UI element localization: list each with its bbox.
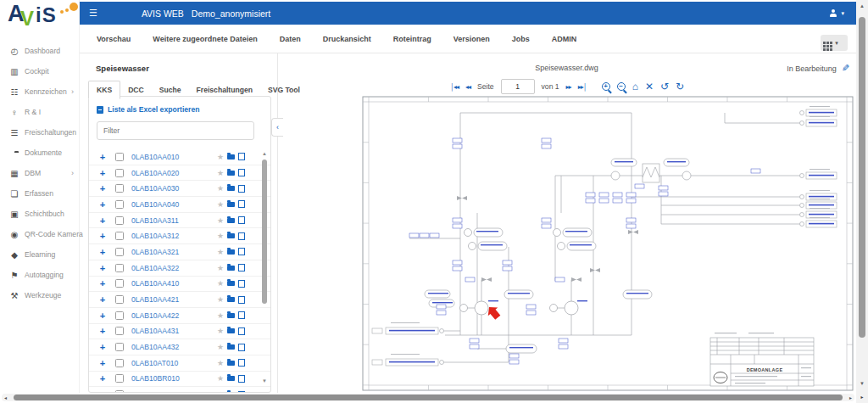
row-add-button[interactable]: + [97,168,108,178]
copy-icon[interactable] [238,216,245,224]
sidebar-item-werkzeuge[interactable]: ⚒Werkzeuge [0,285,79,305]
row-add-button[interactable]: + [97,215,108,226]
folder-icon[interactable] [227,297,235,302]
sidebar-item-schichtbuch[interactable]: ▣Schichtbuch [0,204,79,224]
row-add-button[interactable]: + [97,152,108,162]
row-checkbox[interactable] [115,153,124,161]
copy-icon[interactable] [238,153,245,160]
folder-icon[interactable] [227,249,235,255]
kks-link[interactable]: 0LAB10AA431 [131,327,179,335]
sidebar-item-dashboard[interactable]: ◴Dashboard [0,41,79,61]
folder-icon[interactable] [227,281,235,286]
copy-icon[interactable] [238,280,245,288]
folder-icon[interactable] [227,154,235,160]
copy-icon[interactable] [238,311,245,319]
row-checkbox[interactable] [115,264,124,272]
sidebar-item-erfassen[interactable]: ❏Erfassen [0,183,79,204]
redo-button[interactable]: ↻ [676,81,684,92]
vertical-scrollbar-thumb[interactable] [859,17,865,338]
list-scrollbar-thumb[interactable] [262,160,267,304]
star-icon[interactable]: ★ [217,390,224,392]
kks-link[interactable]: 0LAB10AA010 [131,153,179,161]
folder-icon[interactable] [227,313,235,318]
subtab-freischaltungen[interactable]: Freischaltungen [189,81,260,98]
scroll-left-icon[interactable]: ◂ [4,395,7,400]
row-checkbox[interactable] [115,327,124,335]
zoom-in-button[interactable]: + [602,82,610,91]
row-checkbox[interactable] [115,216,124,225]
fit-view-button[interactable]: ✕ [645,81,654,92]
row-add-button[interactable]: + [97,358,108,368]
avis-logo[interactable]: A V iS [0,0,79,34]
next-page-button[interactable]: ▸▸ [566,83,571,91]
star-icon[interactable]: ★ [217,169,224,177]
sidebar-item-dbm[interactable]: ▦DBM› [0,163,79,183]
copy-icon[interactable] [238,359,245,367]
row-checkbox[interactable] [115,279,124,288]
copy-icon[interactable] [238,169,245,176]
row-add-button[interactable]: + [97,247,108,257]
page-number-input[interactable] [501,79,535,94]
row-checkbox[interactable] [115,295,124,304]
star-icon[interactable]: ★ [217,232,224,240]
row-checkbox[interactable] [115,232,124,240]
row-add-button[interactable]: + [97,199,108,210]
user-menu-button[interactable]: ▾ [829,9,844,18]
row-add-button[interactable]: + [97,278,108,288]
folder-icon[interactable] [227,233,235,238]
kks-link[interactable]: 0LAB10AA311 [131,216,179,225]
star-icon[interactable]: ★ [217,216,224,225]
star-icon[interactable]: ★ [217,343,224,351]
row-checkbox[interactable] [115,169,124,177]
kks-link[interactable]: 0LAB10BR010 [131,374,180,383]
folder-icon[interactable] [227,376,235,381]
row-checkbox[interactable] [115,200,124,209]
zoom-out-button[interactable]: − [617,82,626,91]
star-icon[interactable]: ★ [217,295,224,304]
row-add-button[interactable]: + [97,263,108,273]
sidebar-item-freischaltungen[interactable]: ☰Freischaltungen [0,122,79,143]
tab-druckansicht[interactable]: Druckansicht [312,35,382,43]
row-add-button[interactable]: + [97,294,108,305]
row-checkbox[interactable] [115,374,124,383]
folder-icon[interactable] [227,361,235,366]
tab-roteintrag[interactable]: Roteintrag [382,35,442,43]
star-icon[interactable]: ★ [217,374,224,383]
row-checkbox[interactable] [115,311,124,320]
star-icon[interactable]: ★ [217,200,224,209]
drawing-sheet[interactable]: DEMOANLAGE [360,94,855,393]
row-checkbox[interactable] [115,390,124,392]
sidebar-item-dokumente[interactable]: Dokumente [0,143,79,163]
tab-vorschau[interactable]: Vorschau [79,35,142,43]
copy-icon[interactable] [238,248,245,255]
star-icon[interactable]: ★ [217,327,224,335]
subtab-kks[interactable]: KKS [88,81,120,99]
copy-icon[interactable] [238,344,245,351]
kks-link[interactable]: 0LAB10BR020 [131,390,180,392]
tab-jobs[interactable]: Jobs [501,35,541,43]
copy-icon[interactable] [238,264,245,271]
sidebar-item-elearning[interactable]: ◆Elearning [0,244,79,265]
subtab-suche[interactable]: Suche [152,81,189,98]
scroll-right-icon[interactable]: ▸ [856,394,868,400]
copy-icon[interactable] [238,391,245,392]
row-add-button[interactable]: + [97,389,108,392]
copy-icon[interactable] [238,296,245,304]
sidebar-item-autotagging[interactable]: ⚑Autotagging [0,265,79,285]
star-icon[interactable]: ★ [217,153,224,161]
kks-link[interactable]: 0LAB10AA322 [131,264,179,272]
row-checkbox[interactable] [115,343,124,351]
copy-icon[interactable] [238,327,245,335]
export-excel-link[interactable]: Liste als Excel exportieren [97,105,270,114]
copy-icon[interactable] [238,200,245,208]
collapse-panel-button[interactable]: ‹ [271,118,283,137]
sidebar-item-qr-code-kamera[interactable]: ◉QR-Code Kamera [0,224,79,244]
row-checkbox[interactable] [115,184,124,193]
hamburger-menu-icon[interactable]: ☰ [89,8,97,19]
scroll-down-icon[interactable]: ▼ [261,378,268,383]
row-add-button[interactable]: + [97,183,108,193]
horizontal-scrollbar-thumb[interactable] [14,395,843,400]
copy-icon[interactable] [238,375,245,383]
row-add-button[interactable]: + [97,326,108,336]
star-icon[interactable]: ★ [217,264,224,272]
